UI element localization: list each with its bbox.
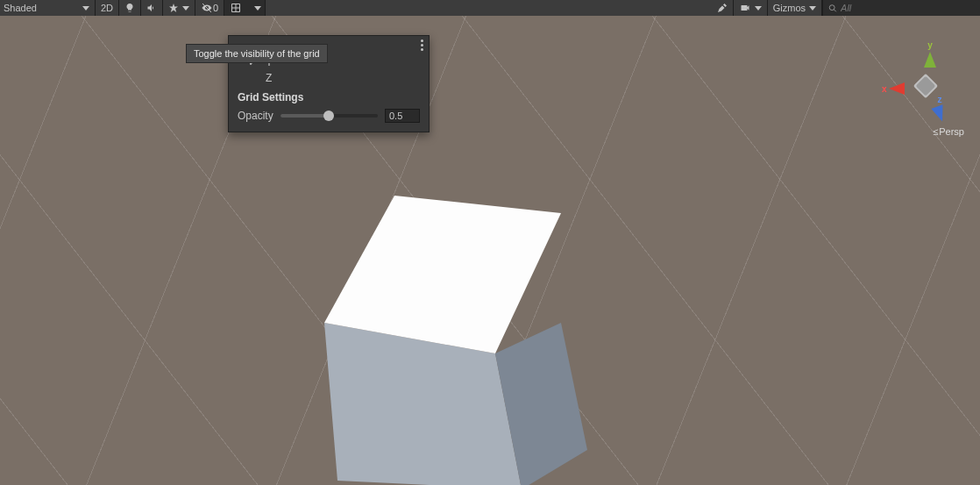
grid-visibility-dropdown[interactable] (247, 0, 265, 16)
grid-icon (230, 3, 242, 13)
gizmo-z-axis[interactable]: z (934, 95, 946, 122)
search-input[interactable] (841, 3, 975, 13)
chevron-down-icon (182, 6, 189, 11)
grid-axis-z-label: Z (266, 72, 272, 84)
scene-fx-dropdown[interactable] (163, 0, 195, 16)
scene-lighting-button[interactable] (119, 0, 140, 16)
gizmos-label: Gizmos (773, 3, 806, 13)
cone-down-icon (931, 104, 948, 124)
lightbulb-icon (124, 3, 135, 13)
tools-icon (717, 3, 728, 13)
svg-point-0 (829, 4, 834, 10)
camera-dropdown[interactable] (734, 0, 767, 16)
persp-wire-icon: ≤ (933, 126, 936, 137)
view-2d-label: 2D (101, 3, 113, 13)
scene-toolbar: Shaded 2D 0 (0, 0, 980, 16)
fx-icon (168, 3, 179, 13)
hidden-icon (201, 3, 213, 13)
gizmo-y-label: y (927, 40, 933, 50)
opacity-value-field[interactable] (385, 109, 420, 123)
tools-button[interactable] (712, 0, 733, 16)
tooltip: Toggle the visibility of the grid (186, 44, 328, 63)
gizmo-x-axis[interactable]: x (882, 82, 905, 95)
search-icon (828, 4, 837, 13)
shading-mode-label: Shaded (4, 3, 37, 13)
slider-thumb[interactable] (323, 111, 334, 121)
orientation-gizmo[interactable]: y x z ≤Persp (885, 42, 964, 139)
camera-icon (739, 3, 751, 13)
tooltip-text: Toggle the visibility of the grid (194, 48, 320, 59)
chevron-down-icon (254, 6, 261, 11)
grid-axis-z-toggle[interactable]: Z (229, 70, 429, 86)
gizmos-dropdown[interactable]: Gizmos (768, 0, 821, 16)
chevron-down-icon (755, 6, 762, 11)
projection-label: Persp (939, 126, 964, 137)
scene-audio-button[interactable] (141, 0, 162, 16)
cone-left-icon (889, 82, 905, 95)
hidden-objects-button[interactable]: 0 (195, 0, 224, 16)
opacity-slider[interactable] (281, 114, 378, 118)
popup-menu-button[interactable] (421, 39, 423, 51)
cube-object[interactable] (324, 196, 570, 459)
projection-toggle[interactable]: ≤Persp (933, 126, 964, 137)
grid-visibility-button[interactable] (224, 0, 247, 16)
shading-mode-dropdown[interactable]: Shaded (0, 0, 95, 16)
chevron-down-icon (82, 6, 89, 11)
gizmo-z-label: z (938, 95, 942, 104)
scene-viewport[interactable]: y x z ≤Persp Toggle the visibility of th… (0, 16, 980, 485)
sound-icon (146, 3, 157, 13)
grid-settings-header: Grid Settings (229, 86, 429, 105)
view-2d-button[interactable]: 2D (96, 0, 118, 16)
hidden-count-label: 0 (213, 3, 218, 13)
search-field[interactable] (822, 0, 980, 16)
opacity-label: Opacity (238, 110, 273, 122)
gizmo-y-axis[interactable]: y (924, 40, 936, 68)
gizmo-x-label: x (882, 84, 887, 94)
cone-up-icon (924, 52, 936, 68)
chevron-down-icon (809, 6, 816, 11)
